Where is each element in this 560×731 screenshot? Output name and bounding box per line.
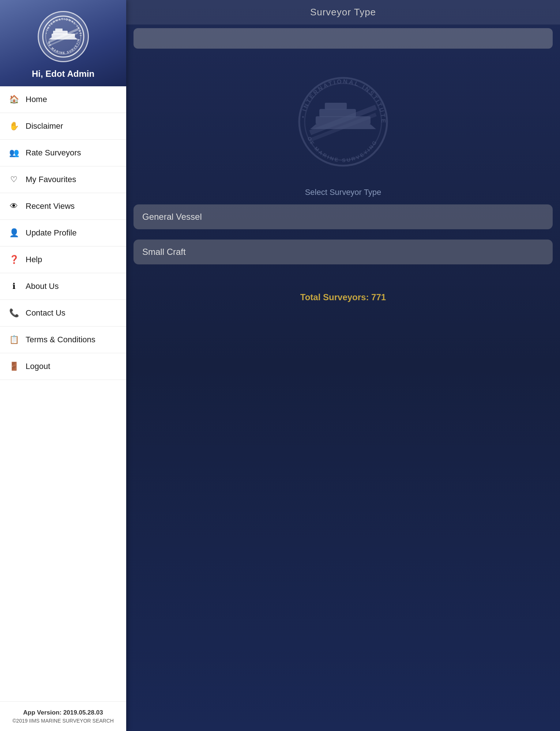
rate-surveyors-label: Rate Surveyors [26,148,81,158]
surveyor-type-btn-general-vessel[interactable]: General Vessel [134,204,553,229]
nav-item-recent-views[interactable]: 👁 Recent Views [0,193,126,220]
nav-menu: 🏠 Home ✋ Disclaimer 👥 Rate Surveyors ♡ M… [0,86,126,701]
my-favourites-icon: ♡ [8,174,20,185]
help-label: Help [26,255,42,264]
select-surveyor-type-label: Select Surveyor Type [126,184,560,204]
about-us-icon: ℹ [8,280,20,292]
nav-item-update-profile[interactable]: 👤 Update Profile [0,220,126,246]
nav-item-about-us[interactable]: ℹ About Us [0,273,126,300]
nav-item-help[interactable]: ❓ Help [0,246,126,273]
svg-rect-14 [325,103,347,109]
sidebar: • INTERNATIONAL INSTITUTE • OF MARINE SU… [0,0,126,731]
main-content: Surveyor Type • INTERNATIONAL INSTITUTE … [126,0,560,731]
logout-label: Logout [26,362,50,371]
surveyor-type-label-general-vessel: General Vessel [142,212,202,222]
about-us-label: About Us [26,282,59,291]
sidebar-footer: App Version: 2019.05.28.03 ©2019 IIMS MA… [0,701,126,731]
nav-item-contact-us[interactable]: 📞 Contact Us [0,300,126,327]
my-favourites-label: My Favourites [26,175,76,184]
nav-item-rate-surveyors[interactable]: 👥 Rate Surveyors [0,140,126,166]
surveyor-types-list: General Vessel Small Craft [126,204,560,275]
top-bar-title: Surveyor Type [310,7,376,18]
recent-views-icon: 👁 [8,200,20,212]
recent-views-label: Recent Views [26,201,75,211]
logo-circle: • INTERNATIONAL INSTITUTE • OF MARINE SU… [38,11,89,62]
total-surveyors: Total Surveyors: 771 [126,281,560,310]
update-profile-label: Update Profile [26,228,76,238]
nav-item-home[interactable]: 🏠 Home [0,86,126,113]
contact-us-icon: 📞 [8,307,20,319]
update-profile-icon: 👤 [8,227,20,239]
home-icon: 🏠 [8,94,20,105]
contact-us-label: Contact Us [26,308,65,318]
terms-icon: 📋 [8,334,20,346]
disclaimer-label: Disclaimer [26,121,63,131]
disclaimer-icon: ✋ [8,120,20,132]
nav-item-my-favourites[interactable]: ♡ My Favourites [0,166,126,193]
logo-watermark: • INTERNATIONAL INSTITUTE • OF MARINE SU… [126,52,560,184]
help-icon: ❓ [8,254,20,265]
top-bar: Surveyor Type [126,0,560,25]
surveyor-type-label-small-craft: Small Craft [142,247,186,257]
svg-rect-4 [55,29,63,31]
nav-item-logout[interactable]: 🚪 Logout [0,353,126,380]
surveyor-type-row-small-craft: Small Craft [134,240,553,264]
greeting: Hi, Edot Admin [32,69,94,79]
search-bar[interactable] [134,28,553,49]
copyright: ©2019 IIMS MARINE SURVEYOR SEARCH [7,718,119,724]
nav-item-disclaimer[interactable]: ✋ Disclaimer [0,113,126,140]
rate-surveyors-icon: 👥 [8,147,20,159]
home-label: Home [26,95,47,104]
app-version: App Version: 2019.05.28.03 [7,709,119,716]
nav-item-terms[interactable]: 📋 Terms & Conditions [0,327,126,353]
sidebar-header: • INTERNATIONAL INSTITUTE • OF MARINE SU… [0,0,126,86]
logout-icon: 🚪 [8,361,20,372]
surveyor-type-row-general-vessel: General Vessel [134,204,553,229]
search-bar-container [126,25,560,52]
surveyor-type-btn-small-craft[interactable]: Small Craft [134,240,553,264]
terms-label: Terms & Conditions [26,335,95,344]
